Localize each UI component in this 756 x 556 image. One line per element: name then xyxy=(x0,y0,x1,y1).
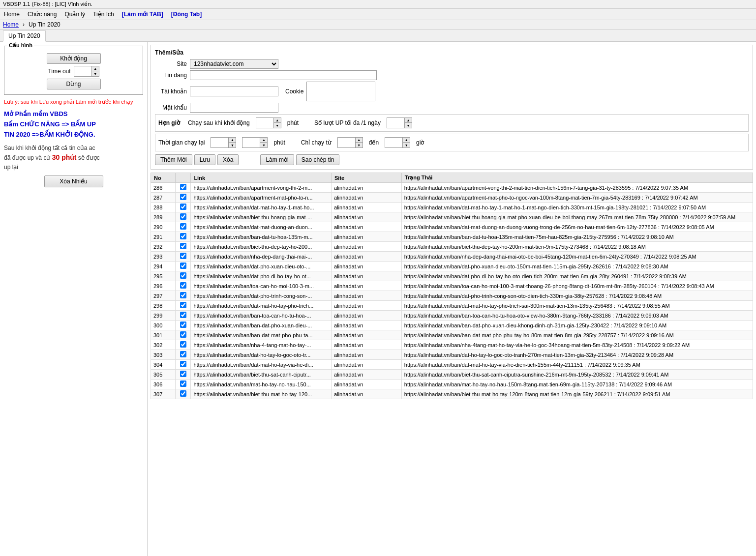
chi-chay-spinbox-to[interactable]: 0 ▲ ▼ xyxy=(385,137,410,148)
cell-link[interactable]: https://alinhadat.vn/ban/mat-ho-tay-no-h… xyxy=(191,380,332,389)
cell-link[interactable]: https://alinhadat.vn/ban/biet-thu-dep-ta… xyxy=(191,242,332,252)
menu-tien-ich[interactable]: Tiện ích xyxy=(89,10,118,19)
row-checkbox[interactable] xyxy=(180,263,186,269)
so-luot-spinbox[interactable]: 0 ▲ ▼ xyxy=(387,117,412,128)
menu-dong-tab[interactable]: [Đóng Tab] xyxy=(167,10,206,19)
cell-link[interactable]: https://alinhadat.vn/ban/biet-thu-hoang-… xyxy=(191,212,332,222)
mat-khau-input[interactable]: Tuan1206 xyxy=(190,103,278,113)
cell-link[interactable]: https://alinhadat.vn/ban/ban-dat-mat-pho… xyxy=(191,330,332,340)
thoi-gian-spinbox2[interactable]: 45 ▲ ▼ xyxy=(242,137,268,148)
timeout-up-arrow[interactable]: ▲ xyxy=(92,66,99,71)
cell-link[interactable]: https://alinhadat.vn/ban/ban-dat-pho-xua… xyxy=(191,321,332,330)
cell-checkbox[interactable] xyxy=(175,370,190,380)
chi-chay-to-up[interactable]: ▲ xyxy=(403,138,410,143)
sao-chep-button[interactable]: Sao chép tin xyxy=(296,154,340,165)
cell-link[interactable]: https://alinhadat.vn/ban/dat-pho-di-bo-t… xyxy=(191,271,332,281)
row-checkbox[interactable] xyxy=(180,282,186,289)
cell-checkbox[interactable] xyxy=(175,262,190,271)
cell-link[interactable]: https://alinhadat.vn/ban/dat-mat-ho-tay-… xyxy=(191,360,332,370)
row-checkbox[interactable] xyxy=(180,302,186,308)
menu-quan-ly[interactable]: Quản lý xyxy=(60,10,89,19)
row-checkbox[interactable] xyxy=(180,184,186,190)
cell-checkbox[interactable] xyxy=(175,291,190,301)
cell-checkbox[interactable] xyxy=(175,212,190,222)
row-checkbox[interactable] xyxy=(180,341,186,348)
thoi-gian-up1[interactable]: ▲ xyxy=(229,138,236,143)
row-checkbox[interactable] xyxy=(180,204,186,210)
timeout-spinbox[interactable]: 60 ▲ ▼ xyxy=(74,66,99,77)
cell-link[interactable]: https://alinhadat.vn/ban/biet-thu-sat-ca… xyxy=(191,370,332,380)
cell-link[interactable]: https://alinhadat.vn/ban/dat-mat-ho-tay-… xyxy=(191,203,332,212)
cell-link[interactable]: https://alinhadat.vn/ban/nha-dep-dang-th… xyxy=(191,252,332,262)
them-moi-button[interactable]: Thêm Mới xyxy=(155,154,192,165)
site-select[interactable]: 123nhadatviet.com alinhadat.vn nhadat.ne… xyxy=(190,59,278,69)
menu-lam-moi-tab[interactable]: [Làm mới TAB] xyxy=(118,10,167,19)
cell-link[interactable]: https://alinhadat.vn/ban/biet-thu-mat-ho… xyxy=(191,389,332,399)
row-checkbox[interactable] xyxy=(180,312,186,318)
chi-chay-to-input[interactable]: 0 xyxy=(385,139,402,146)
cell-checkbox[interactable] xyxy=(175,242,190,252)
so-luot-input[interactable]: 0 xyxy=(387,119,404,127)
cell-link[interactable]: https://alinhadat.vn/ban/nha-4-tang-mat-… xyxy=(191,340,332,350)
row-checkbox[interactable] xyxy=(180,371,186,377)
breadcrumb-home[interactable]: Home xyxy=(3,21,19,28)
so-luot-up[interactable]: ▲ xyxy=(405,118,412,123)
cell-link[interactable]: https://alinhadat.vn/ban/apartment-mat-p… xyxy=(191,193,332,203)
menu-home[interactable]: Home xyxy=(0,10,24,19)
xoa-button[interactable]: Xóa xyxy=(217,154,239,165)
cell-checkbox[interactable] xyxy=(175,252,190,262)
tai-khoan-input[interactable]: nguyentuan1206 xyxy=(190,87,278,96)
xoa-nhieu-button[interactable]: Xóa Nhiều xyxy=(44,176,103,187)
cell-checkbox[interactable] xyxy=(175,360,190,370)
thoi-gian-input2[interactable]: 45 xyxy=(242,139,260,146)
luu-button[interactable]: Lưu xyxy=(194,154,215,165)
row-checkbox[interactable] xyxy=(180,351,186,357)
menu-chuc-nang[interactable]: Chức năng xyxy=(24,10,60,19)
cell-checkbox[interactable] xyxy=(175,389,190,399)
cell-checkbox[interactable] xyxy=(175,350,190,360)
cell-checkbox[interactable] xyxy=(175,330,190,340)
cell-checkbox[interactable] xyxy=(175,222,190,232)
cell-link[interactable]: https://alinhadat.vn/ban/dat-mat-ho-tay-… xyxy=(191,301,332,311)
row-checkbox[interactable] xyxy=(180,390,186,397)
row-checkbox[interactable] xyxy=(180,361,186,367)
thoi-gian-input1[interactable]: 30 xyxy=(211,139,228,146)
cookie-input[interactable] xyxy=(306,82,375,101)
cell-link[interactable]: https://alinhadat.vn/ban/toa-can-ho-moi-… xyxy=(191,281,332,291)
row-checkbox[interactable] xyxy=(180,213,186,220)
chi-chay-from-input[interactable]: 0 xyxy=(338,139,355,146)
cell-checkbox[interactable] xyxy=(175,203,190,212)
cell-checkbox[interactable] xyxy=(175,183,190,193)
chay-sau-down[interactable]: ▼ xyxy=(274,123,281,128)
chi-chay-from-up[interactable]: ▲ xyxy=(356,138,363,143)
thoi-gian-spinbox1[interactable]: 30 ▲ ▼ xyxy=(211,137,236,148)
thoi-gian-down1[interactable]: ▼ xyxy=(229,143,236,147)
row-checkbox[interactable] xyxy=(180,194,186,200)
chay-sau-input[interactable]: 5 xyxy=(256,119,273,127)
chay-sau-spinbox[interactable]: 5 ▲ ▼ xyxy=(256,117,281,128)
cell-checkbox[interactable] xyxy=(175,232,190,242)
cell-link[interactable]: https://alinhadat.vn/ban/dat-pho-xuan-di… xyxy=(191,262,332,271)
cell-link[interactable]: https://alinhadat.vn/ban/dat-mat-duong-a… xyxy=(191,222,332,232)
row-checkbox[interactable] xyxy=(180,233,186,239)
stop-button[interactable]: Dừng xyxy=(47,79,101,89)
cell-checkbox[interactable] xyxy=(175,271,190,281)
cell-link[interactable]: https://alinhadat.vn/ban/ban-dat-tu-hoa-… xyxy=(191,232,332,242)
row-checkbox[interactable] xyxy=(180,380,186,387)
tin-dang-input[interactable]: https://123nhadatviet.com/trinh-cong-son… xyxy=(190,70,377,80)
row-checkbox[interactable] xyxy=(180,253,186,259)
row-checkbox[interactable] xyxy=(180,272,186,279)
cell-checkbox[interactable] xyxy=(175,193,190,203)
timeout-input[interactable]: 60 xyxy=(74,67,91,75)
timeout-down-arrow[interactable]: ▼ xyxy=(92,71,99,76)
cell-link[interactable]: https://alinhadat.vn/ban/dat-pho-trinh-c… xyxy=(191,291,332,301)
row-checkbox[interactable] xyxy=(180,223,186,230)
chi-chay-spinbox-from[interactable]: 0 ▲ ▼ xyxy=(337,137,363,148)
cell-link[interactable]: https://alinhadat.vn/ban/dat-ho-tay-lo-g… xyxy=(191,350,332,360)
chi-chay-from-down[interactable]: ▼ xyxy=(356,143,363,147)
cell-checkbox[interactable] xyxy=(175,311,190,321)
cell-checkbox[interactable] xyxy=(175,340,190,350)
start-button[interactable]: Khởi động xyxy=(47,53,101,64)
row-checkbox[interactable] xyxy=(180,243,186,249)
cell-checkbox[interactable] xyxy=(175,281,190,291)
